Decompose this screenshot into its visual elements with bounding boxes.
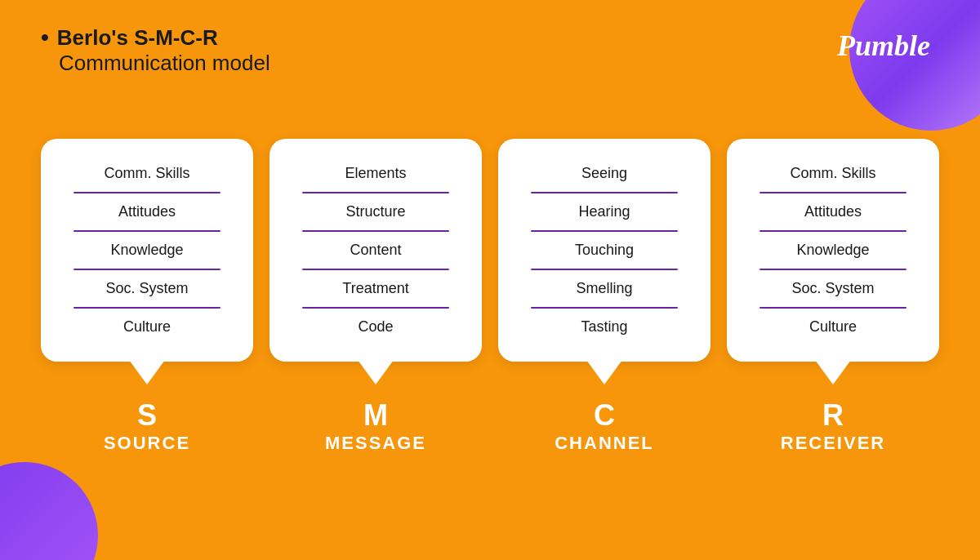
header: • Berlo's S-M-C-R Communication model: [41, 24, 270, 76]
card-item-message-3: Treatment: [294, 270, 457, 307]
card-item-channel-2: Touching: [523, 232, 686, 269]
card-item-channel-3: Smelling: [523, 270, 686, 307]
card-item-receiver-0: Comm. Skills: [751, 155, 915, 192]
card-word-channel: CHANNEL: [555, 433, 654, 454]
card-label-channel: CCHANNEL: [555, 398, 654, 454]
card-item-channel-4: Tasting: [523, 309, 686, 345]
title-normal: Communication model: [59, 51, 270, 76]
card-label-receiver: RRECEIVER: [781, 398, 885, 454]
card-word-source: SOURCE: [104, 433, 190, 454]
card-item-message-4: Code: [294, 309, 457, 345]
card-item-source-1: Attitudes: [65, 193, 229, 230]
card-item-message-1: Structure: [294, 193, 457, 230]
card-item-message-2: Content: [294, 232, 457, 269]
card-letter-receiver: R: [781, 398, 885, 433]
card-column-channel: SeeingHearingTouchingSmellingTastingCCHA…: [498, 139, 710, 454]
card-item-receiver-2: Knowledge: [751, 232, 915, 269]
card-word-receiver: RECEIVER: [781, 433, 885, 454]
card-item-receiver-4: Culture: [751, 309, 915, 345]
card-item-receiver-3: Soc. System: [751, 270, 915, 307]
card-letter-source: S: [104, 398, 190, 433]
brand-logo: Pumble: [833, 24, 939, 71]
card-column-receiver: Comm. SkillsAttitudesKnowledgeSoc. Syste…: [727, 139, 939, 454]
card-column-source: Comm. SkillsAttitudesKnowledgeSoc. Syste…: [41, 139, 253, 454]
bubble-card-channel: SeeingHearingTouchingSmellingTasting: [498, 139, 710, 362]
card-item-receiver-1: Attitudes: [751, 193, 915, 230]
card-item-source-4: Culture: [65, 309, 229, 345]
card-label-message: MMESSAGE: [325, 398, 426, 454]
card-item-source-0: Comm. Skills: [65, 155, 229, 192]
bullet: •: [41, 24, 49, 51]
card-letter-channel: C: [555, 398, 654, 433]
card-item-source-3: Soc. System: [65, 270, 229, 307]
card-item-source-2: Knowledge: [65, 232, 229, 269]
deco-circle-bottom-left: [0, 462, 98, 560]
bubble-card-message: ElementsStructureContentTreatmentCode: [270, 139, 482, 362]
card-letter-message: M: [325, 398, 426, 433]
card-label-source: SSOURCE: [104, 398, 190, 454]
svg-text:Pumble: Pumble: [836, 29, 930, 62]
bubble-card-source: Comm. SkillsAttitudesKnowledgeSoc. Syste…: [41, 139, 253, 362]
card-column-message: ElementsStructureContentTreatmentCodeMME…: [270, 139, 482, 454]
title-bold: Berlo's S-M-C-R: [57, 25, 218, 51]
card-item-channel-1: Hearing: [523, 193, 686, 230]
card-item-message-0: Elements: [294, 155, 457, 192]
cards-container: Comm. SkillsAttitudesKnowledgeSoc. Syste…: [41, 139, 939, 454]
card-item-channel-0: Seeing: [523, 155, 686, 192]
bubble-card-receiver: Comm. SkillsAttitudesKnowledgeSoc. Syste…: [727, 139, 939, 362]
card-word-message: MESSAGE: [325, 433, 426, 454]
